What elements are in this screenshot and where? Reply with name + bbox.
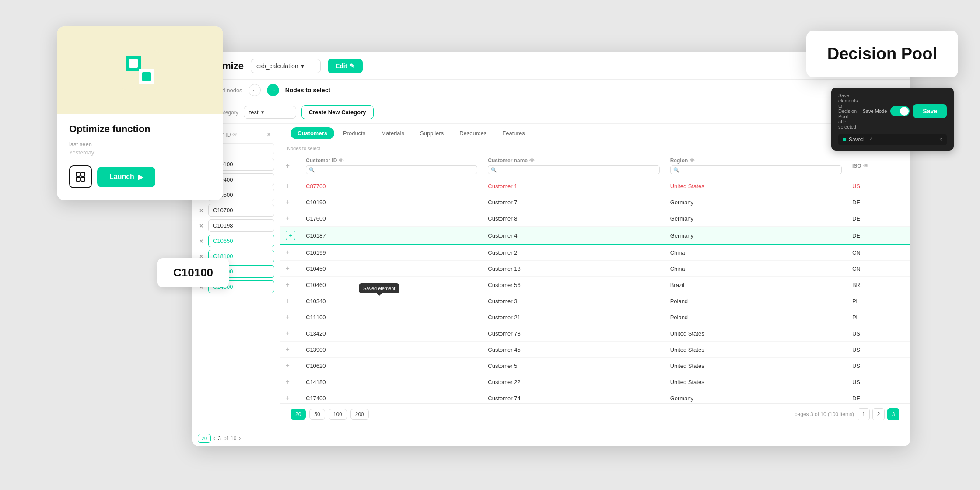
next-arrow-button[interactable]: →: [267, 84, 279, 96]
add-row-btn[interactable]: +: [286, 248, 290, 256]
add-row-btn[interactable]: +: [286, 198, 290, 206]
page-size-50-btn[interactable]: 50: [309, 409, 325, 420]
remove-node-btn[interactable]: ×: [198, 238, 205, 245]
td-customer-id: C10620: [301, 358, 483, 374]
page-size-200-btn[interactable]: 200: [350, 409, 369, 420]
left-page-arrow-prev[interactable]: ‹: [214, 435, 215, 441]
td-region: United States: [665, 178, 847, 194]
eye-icon[interactable]: 👁: [339, 158, 344, 164]
td-customer-id: C10190: [301, 194, 483, 210]
left-page-size-btn[interactable]: 20: [198, 434, 211, 443]
add-row-btn[interactable]: +: [286, 214, 290, 222]
add-row-btn[interactable]: +: [286, 231, 295, 240]
add-row-btn[interactable]: +: [286, 329, 290, 337]
th-region: Region 👁: [665, 154, 847, 178]
calculation-dropdown[interactable]: csb_calculation ▾: [251, 59, 321, 73]
td-region: Germany: [665, 390, 847, 404]
remove-node-btn[interactable]: ×: [198, 207, 205, 214]
table-container[interactable]: + Customer ID 👁: [280, 154, 910, 403]
svg-rect-4: [142, 72, 151, 81]
close-saved-badge[interactable]: ×: [939, 136, 942, 143]
tab-products[interactable]: Products: [336, 127, 372, 139]
grid-view-button[interactable]: [69, 165, 92, 188]
svg-rect-6: [81, 172, 85, 176]
td-customer-id: C10340: [301, 293, 483, 309]
td-add: +: [280, 227, 301, 245]
page-3-btn[interactable]: 3: [887, 408, 900, 420]
save-mode-toggle-group: Save Mode Save: [863, 104, 947, 118]
chevron-down-icon: ▾: [301, 63, 304, 70]
eye-icon[interactable]: 👁: [863, 163, 868, 169]
optimize-logo: [120, 50, 160, 90]
page-1-btn[interactable]: 1: [858, 408, 870, 420]
add-row-btn[interactable]: +: [286, 362, 290, 369]
remove-node-btn[interactable]: ×: [198, 222, 205, 229]
edit-button[interactable]: Edit ✎: [328, 59, 363, 73]
td-region: Poland: [665, 309, 847, 326]
table-row: + C17400 Customer 74 Germany DE: [280, 390, 910, 404]
decision-pool-card: Decision Pool: [806, 31, 958, 77]
td-add: +: [280, 374, 301, 390]
eye-icon[interactable]: 👁: [232, 132, 238, 138]
top-bar: Optimize csb_calculation ▾ Edit ✎: [192, 52, 910, 80]
table-row: + C10199 Customer 2 China CN: [280, 245, 910, 261]
add-row-btn[interactable]: +: [286, 394, 290, 402]
td-iso: US: [847, 374, 910, 390]
tab-materials[interactable]: Materials: [374, 127, 411, 139]
save-mode-toggle[interactable]: [890, 106, 910, 116]
table-head: + Customer ID 👁: [280, 154, 910, 178]
table-header-row: + Customer ID 👁: [280, 154, 910, 178]
close-panel-icon[interactable]: ×: [267, 131, 271, 139]
region-search[interactable]: [670, 165, 842, 174]
tab-suppliers[interactable]: Suppliers: [413, 127, 451, 139]
add-icon: +: [286, 162, 290, 170]
left-current-page: 3: [218, 435, 221, 441]
card-header-bg: [57, 26, 223, 114]
td-customer-name: Customer 2: [483, 245, 665, 261]
last-seen-date: Yesterday: [69, 149, 211, 156]
td-customer-id: C17400: [301, 390, 483, 404]
page-size-20-btn[interactable]: 20: [290, 409, 306, 420]
selected-node-item: × C10700: [198, 204, 274, 217]
prev-arrow-button[interactable]: ←: [248, 84, 261, 96]
table-row: + C14180 Customer 22 United States US: [280, 374, 910, 390]
td-region: Poland: [665, 293, 847, 309]
td-region: United States: [665, 358, 847, 374]
category-row: select category test ▾ Create New Catego…: [192, 101, 910, 124]
saved-element-tooltip: Saved element: [359, 284, 399, 293]
td-iso: US: [847, 358, 910, 374]
add-row-btn[interactable]: +: [286, 265, 290, 272]
td-iso: BR: [847, 277, 910, 293]
page-size-100-btn[interactable]: 100: [329, 409, 347, 420]
td-add: +: [280, 358, 301, 374]
add-row-btn[interactable]: +: [286, 346, 290, 353]
add-row-btn[interactable]: +: [286, 182, 290, 189]
launch-label: Launch: [109, 173, 134, 181]
add-row-btn[interactable]: +: [286, 297, 290, 304]
page-2-btn[interactable]: 2: [872, 408, 885, 420]
save-button[interactable]: Save: [913, 104, 947, 118]
eye-icon[interactable]: 👁: [690, 158, 695, 164]
add-row-btn[interactable]: +: [286, 313, 290, 321]
customer-id-search[interactable]: [306, 165, 477, 174]
floating-c10100-tooltip: C10100: [158, 258, 229, 287]
table-row: + C10340 Customer 3 Poland PL: [280, 293, 910, 309]
td-iso: DE: [847, 390, 910, 404]
tab-resources[interactable]: Resources: [452, 127, 494, 139]
launch-button[interactable]: Launch ▶: [97, 167, 155, 187]
left-pagination: 20 ‹ 3 of 10 ›: [192, 430, 280, 446]
table-row: + C13420 Customer 78 United States US: [280, 326, 910, 342]
tab-customers[interactable]: Customers: [290, 127, 334, 139]
customer-name-search[interactable]: [488, 165, 659, 174]
tab-features[interactable]: Features: [495, 127, 532, 139]
add-row-btn[interactable]: +: [286, 378, 290, 385]
left-page-arrow-next[interactable]: ›: [239, 435, 241, 441]
td-add: +: [280, 245, 301, 261]
td-region: Germany: [665, 227, 847, 245]
eye-icon[interactable]: 👁: [529, 158, 535, 164]
add-row-btn[interactable]: +: [286, 281, 290, 288]
create-category-button[interactable]: Create New Category: [301, 105, 374, 119]
td-customer-name: Customer 22: [483, 374, 665, 390]
category-dropdown[interactable]: test ▾: [244, 106, 296, 119]
td-iso: US: [847, 342, 910, 358]
